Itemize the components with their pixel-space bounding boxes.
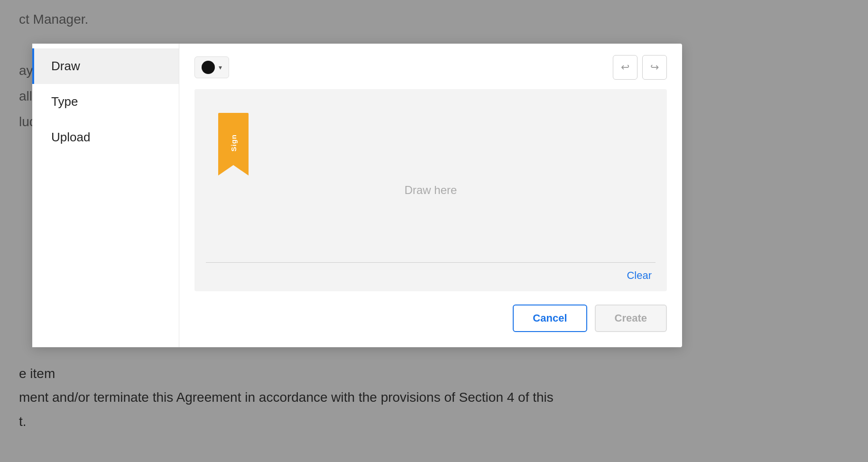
doc-line-1: ct Manager.: [19, 9, 849, 29]
color-picker-button[interactable]: ▾: [194, 56, 229, 78]
modal-content: ▾ ↩ ↪ Sign Draw here: [179, 44, 682, 347]
doc-bottom-line-2: ment and/or terminate this Agreement in …: [19, 386, 554, 409]
sign-badge-arrow: [218, 165, 249, 176]
toolbar: ▾ ↩ ↪: [194, 55, 667, 80]
undo-button[interactable]: ↩: [613, 55, 637, 80]
sidebar-item-upload[interactable]: Upload: [32, 120, 179, 155]
draw-divider: [206, 262, 656, 263]
redo-icon: ↪: [650, 61, 659, 74]
background-bottom-text: e item ment and/or terminate this Agreem…: [19, 362, 554, 434]
chevron-down-icon: ▾: [219, 64, 222, 71]
doc-bottom-line-3: t.: [19, 410, 554, 434]
redo-button[interactable]: ↪: [642, 55, 667, 80]
sidebar-item-draw[interactable]: Draw: [32, 48, 179, 84]
undo-icon: ↩: [621, 61, 629, 74]
color-swatch: [202, 61, 215, 74]
doc-bottom-line-1: e item: [19, 362, 554, 386]
create-button: Create: [595, 305, 667, 332]
signature-modal: Draw Type Upload ▾ ↩ ↪: [32, 44, 682, 347]
sidebar-item-type[interactable]: Type: [32, 84, 179, 120]
clear-button[interactable]: Clear: [623, 268, 656, 284]
draw-canvas-area[interactable]: Sign Draw here Clear: [194, 89, 667, 291]
sign-badge: Sign: [218, 113, 249, 176]
toolbar-actions: ↩ ↪: [613, 55, 667, 80]
sign-badge-body: Sign: [218, 113, 249, 165]
modal-actions: Cancel Create: [194, 305, 667, 332]
draw-hint-text: Draw here: [405, 184, 457, 197]
modal-sidebar: Draw Type Upload: [32, 44, 179, 347]
cancel-button[interactable]: Cancel: [513, 305, 587, 332]
sign-badge-text: Sign: [230, 134, 238, 152]
